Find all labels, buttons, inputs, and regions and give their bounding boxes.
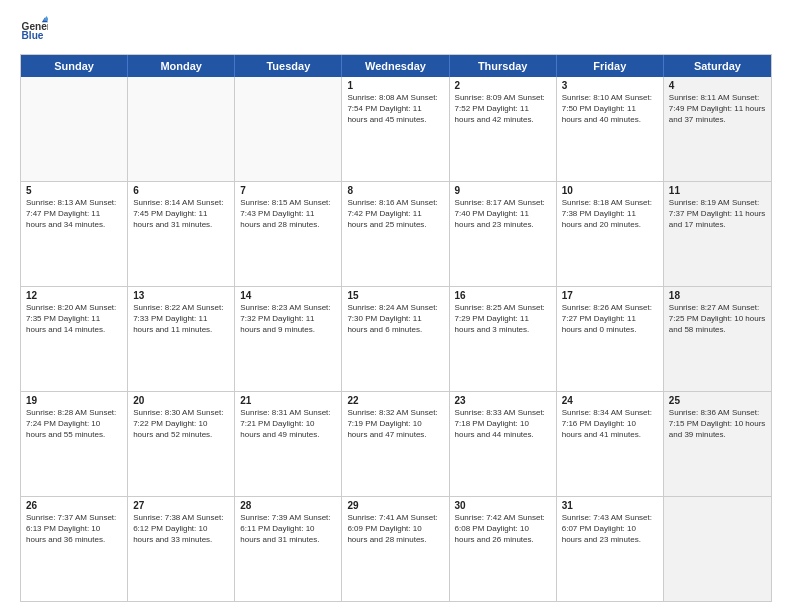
day-number: 26 [26,500,122,511]
cell-info: Sunrise: 7:38 AM Sunset: 6:12 PM Dayligh… [133,513,229,545]
calendar-cell: 26Sunrise: 7:37 AM Sunset: 6:13 PM Dayli… [21,497,128,601]
header-cell-thursday: Thursday [450,55,557,77]
calendar-cell: 10Sunrise: 8:18 AM Sunset: 7:38 PM Dayli… [557,182,664,286]
cell-info: Sunrise: 8:15 AM Sunset: 7:43 PM Dayligh… [240,198,336,230]
cell-info: Sunrise: 8:23 AM Sunset: 7:32 PM Dayligh… [240,303,336,335]
header-cell-friday: Friday [557,55,664,77]
calendar-cell: 23Sunrise: 8:33 AM Sunset: 7:18 PM Dayli… [450,392,557,496]
cell-info: Sunrise: 8:22 AM Sunset: 7:33 PM Dayligh… [133,303,229,335]
calendar-cell: 4Sunrise: 8:11 AM Sunset: 7:49 PM Daylig… [664,77,771,181]
calendar-cell: 3Sunrise: 8:10 AM Sunset: 7:50 PM Daylig… [557,77,664,181]
calendar-cell: 17Sunrise: 8:26 AM Sunset: 7:27 PM Dayli… [557,287,664,391]
day-number: 8 [347,185,443,196]
day-number: 9 [455,185,551,196]
cell-info: Sunrise: 8:27 AM Sunset: 7:25 PM Dayligh… [669,303,766,335]
day-number: 22 [347,395,443,406]
calendar-cell: 18Sunrise: 8:27 AM Sunset: 7:25 PM Dayli… [664,287,771,391]
day-number: 12 [26,290,122,301]
day-number: 20 [133,395,229,406]
day-number: 23 [455,395,551,406]
calendar-cell: 29Sunrise: 7:41 AM Sunset: 6:09 PM Dayli… [342,497,449,601]
page-header: General Blue [20,16,772,44]
calendar-row: 19Sunrise: 8:28 AM Sunset: 7:24 PM Dayli… [21,392,771,497]
cell-info: Sunrise: 8:30 AM Sunset: 7:22 PM Dayligh… [133,408,229,440]
cell-info: Sunrise: 7:43 AM Sunset: 6:07 PM Dayligh… [562,513,658,545]
logo: General Blue [20,16,52,44]
day-number: 28 [240,500,336,511]
calendar-cell: 1Sunrise: 8:08 AM Sunset: 7:54 PM Daylig… [342,77,449,181]
day-number: 3 [562,80,658,91]
cell-info: Sunrise: 8:19 AM Sunset: 7:37 PM Dayligh… [669,198,766,230]
cell-info: Sunrise: 8:36 AM Sunset: 7:15 PM Dayligh… [669,408,766,440]
day-number: 4 [669,80,766,91]
cell-info: Sunrise: 8:28 AM Sunset: 7:24 PM Dayligh… [26,408,122,440]
calendar-cell: 27Sunrise: 7:38 AM Sunset: 6:12 PM Dayli… [128,497,235,601]
calendar-cell: 30Sunrise: 7:42 AM Sunset: 6:08 PM Dayli… [450,497,557,601]
calendar-row: 1Sunrise: 8:08 AM Sunset: 7:54 PM Daylig… [21,77,771,182]
cell-info: Sunrise: 8:32 AM Sunset: 7:19 PM Dayligh… [347,408,443,440]
calendar-cell: 9Sunrise: 8:17 AM Sunset: 7:40 PM Daylig… [450,182,557,286]
cell-info: Sunrise: 8:10 AM Sunset: 7:50 PM Dayligh… [562,93,658,125]
calendar-cell [128,77,235,181]
calendar-cell: 24Sunrise: 8:34 AM Sunset: 7:16 PM Dayli… [557,392,664,496]
cell-info: Sunrise: 8:09 AM Sunset: 7:52 PM Dayligh… [455,93,551,125]
cell-info: Sunrise: 8:25 AM Sunset: 7:29 PM Dayligh… [455,303,551,335]
day-number: 13 [133,290,229,301]
cell-info: Sunrise: 8:18 AM Sunset: 7:38 PM Dayligh… [562,198,658,230]
calendar-cell: 5Sunrise: 8:13 AM Sunset: 7:47 PM Daylig… [21,182,128,286]
calendar-cell: 11Sunrise: 8:19 AM Sunset: 7:37 PM Dayli… [664,182,771,286]
calendar-cell: 12Sunrise: 8:20 AM Sunset: 7:35 PM Dayli… [21,287,128,391]
cell-info: Sunrise: 7:42 AM Sunset: 6:08 PM Dayligh… [455,513,551,545]
calendar-cell: 31Sunrise: 7:43 AM Sunset: 6:07 PM Dayli… [557,497,664,601]
header-cell-wednesday: Wednesday [342,55,449,77]
calendar-cell [21,77,128,181]
calendar-row: 26Sunrise: 7:37 AM Sunset: 6:13 PM Dayli… [21,497,771,601]
cell-info: Sunrise: 8:24 AM Sunset: 7:30 PM Dayligh… [347,303,443,335]
cell-info: Sunrise: 7:39 AM Sunset: 6:11 PM Dayligh… [240,513,336,545]
cell-info: Sunrise: 8:14 AM Sunset: 7:45 PM Dayligh… [133,198,229,230]
cell-info: Sunrise: 8:08 AM Sunset: 7:54 PM Dayligh… [347,93,443,125]
day-number: 1 [347,80,443,91]
cell-info: Sunrise: 8:11 AM Sunset: 7:49 PM Dayligh… [669,93,766,125]
cell-info: Sunrise: 8:17 AM Sunset: 7:40 PM Dayligh… [455,198,551,230]
cell-info: Sunrise: 8:26 AM Sunset: 7:27 PM Dayligh… [562,303,658,335]
calendar-header: SundayMondayTuesdayWednesdayThursdayFrid… [21,55,771,77]
calendar-body: 1Sunrise: 8:08 AM Sunset: 7:54 PM Daylig… [21,77,771,601]
calendar-cell: 16Sunrise: 8:25 AM Sunset: 7:29 PM Dayli… [450,287,557,391]
day-number: 18 [669,290,766,301]
logo-icon: General Blue [20,16,48,44]
day-number: 6 [133,185,229,196]
day-number: 29 [347,500,443,511]
calendar: SundayMondayTuesdayWednesdayThursdayFrid… [20,54,772,602]
cell-info: Sunrise: 8:20 AM Sunset: 7:35 PM Dayligh… [26,303,122,335]
calendar-cell: 20Sunrise: 8:30 AM Sunset: 7:22 PM Dayli… [128,392,235,496]
calendar-row: 12Sunrise: 8:20 AM Sunset: 7:35 PM Dayli… [21,287,771,392]
calendar-cell: 22Sunrise: 8:32 AM Sunset: 7:19 PM Dayli… [342,392,449,496]
header-cell-tuesday: Tuesday [235,55,342,77]
calendar-cell: 19Sunrise: 8:28 AM Sunset: 7:24 PM Dayli… [21,392,128,496]
day-number: 17 [562,290,658,301]
day-number: 2 [455,80,551,91]
day-number: 30 [455,500,551,511]
day-number: 19 [26,395,122,406]
cell-info: Sunrise: 8:33 AM Sunset: 7:18 PM Dayligh… [455,408,551,440]
header-cell-saturday: Saturday [664,55,771,77]
svg-text:Blue: Blue [22,30,44,41]
calendar-cell: 28Sunrise: 7:39 AM Sunset: 6:11 PM Dayli… [235,497,342,601]
cell-info: Sunrise: 7:41 AM Sunset: 6:09 PM Dayligh… [347,513,443,545]
day-number: 25 [669,395,766,406]
day-number: 10 [562,185,658,196]
calendar-cell: 25Sunrise: 8:36 AM Sunset: 7:15 PM Dayli… [664,392,771,496]
calendar-cell: 15Sunrise: 8:24 AM Sunset: 7:30 PM Dayli… [342,287,449,391]
cell-info: Sunrise: 8:34 AM Sunset: 7:16 PM Dayligh… [562,408,658,440]
calendar-cell: 21Sunrise: 8:31 AM Sunset: 7:21 PM Dayli… [235,392,342,496]
cell-info: Sunrise: 8:31 AM Sunset: 7:21 PM Dayligh… [240,408,336,440]
day-number: 7 [240,185,336,196]
calendar-cell [664,497,771,601]
calendar-cell: 7Sunrise: 8:15 AM Sunset: 7:43 PM Daylig… [235,182,342,286]
calendar-cell: 6Sunrise: 8:14 AM Sunset: 7:45 PM Daylig… [128,182,235,286]
header-cell-sunday: Sunday [21,55,128,77]
day-number: 14 [240,290,336,301]
day-number: 5 [26,185,122,196]
day-number: 15 [347,290,443,301]
